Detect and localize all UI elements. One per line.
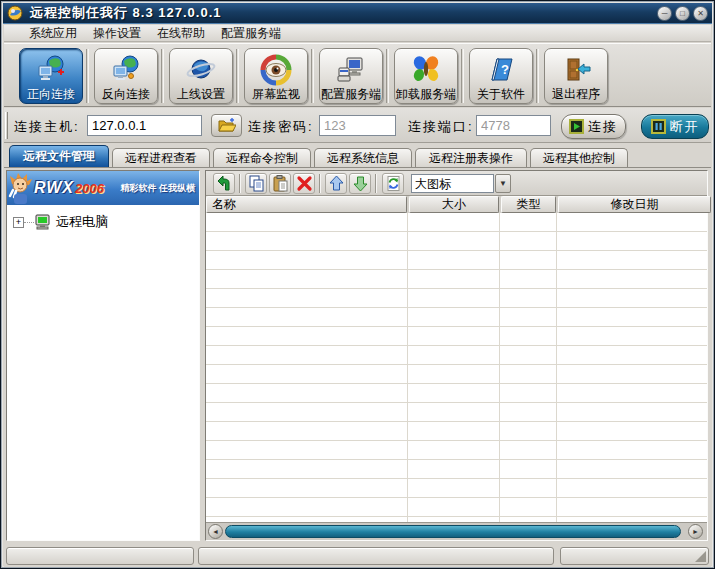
exit-door-icon xyxy=(560,53,592,87)
paste-button[interactable] xyxy=(269,173,291,194)
main-area: RWX2006 精彩软件 任我纵横 + 远程电脑 xyxy=(4,167,711,543)
upload-button[interactable] xyxy=(325,173,347,194)
column-header-modified[interactable]: 修改日期 xyxy=(558,196,711,213)
banner-slogan: 精彩软件 任我纵横 xyxy=(120,182,195,195)
bar-gripper xyxy=(5,112,8,139)
globe-ring-icon xyxy=(185,53,217,87)
toolbar-button-label: 退出程序 xyxy=(552,87,600,101)
file-toolbar-separator xyxy=(239,174,241,193)
app-window: 远程控制任我行 8.3 127.0.0.1 ─ □ ✕ 系统应用 操作设置 在线… xyxy=(0,0,715,569)
toolbar-button-screen-monitor[interactable]: 屏幕监视 xyxy=(244,48,308,104)
tree-item-label: 远程电脑 xyxy=(56,213,108,231)
toolbar-button-label: 配置服务端 xyxy=(321,87,381,101)
remote-tree-panel: RWX2006 精彩软件 任我纵横 + 远程电脑 xyxy=(6,170,200,541)
scroll-left-button[interactable]: ◄ xyxy=(208,524,223,539)
app-logo-icon xyxy=(7,5,24,21)
connect-button-label: 连接 xyxy=(588,118,618,136)
open-folder-icon xyxy=(217,118,236,133)
toolbar-button-label: 上线设置 xyxy=(177,87,225,101)
butterfly-icon xyxy=(410,53,442,87)
download-button[interactable] xyxy=(349,173,371,194)
maximize-button[interactable]: □ xyxy=(675,6,690,21)
file-toolbar: 大图标 ▼ xyxy=(206,171,707,196)
horizontal-scrollbar[interactable]: ◄ ► xyxy=(206,522,707,540)
scroll-right-button[interactable]: ► xyxy=(688,524,703,539)
toolbar-button-uninstall-server[interactable]: 卸载服务端 xyxy=(394,48,458,104)
connect-button[interactable]: 连接 xyxy=(561,114,626,139)
menu-item-system[interactable]: 系统应用 xyxy=(22,24,84,43)
file-list-body[interactable] xyxy=(206,213,707,522)
refresh-button[interactable] xyxy=(382,173,404,194)
toolbar-button-forward-connect[interactable]: 正向连接 xyxy=(19,48,83,104)
main-toolbar: 正向连接 反向连接 xyxy=(4,43,711,107)
banner-logo-year: 2006 xyxy=(75,181,104,196)
port-label: 连接端口: xyxy=(408,118,474,136)
help-book-icon: ? xyxy=(485,53,517,87)
toolbar-button-about[interactable]: ? 关于软件 xyxy=(469,48,533,104)
menu-item-help[interactable]: 在线帮助 xyxy=(150,24,212,43)
disconnect-button[interactable]: 断开 xyxy=(641,114,709,139)
refresh-icon xyxy=(385,175,402,192)
go-root-button[interactable] xyxy=(213,173,235,194)
column-header-size[interactable]: 大小 xyxy=(409,196,499,213)
host-input[interactable] xyxy=(87,115,202,136)
eye-icon xyxy=(260,53,292,87)
delete-x-icon xyxy=(296,175,313,192)
toolbar-separator xyxy=(461,49,464,103)
toolbar-separator xyxy=(386,49,389,103)
tab-bar: 远程文件管理 远程进程查看 远程命令控制 远程系统信息 远程注册表操作 远程其他… xyxy=(4,145,711,167)
browse-hosts-button[interactable] xyxy=(211,114,242,137)
view-mode-select[interactable]: 大图标 xyxy=(411,174,494,193)
status-panel-2 xyxy=(198,547,554,565)
tree-expander-icon[interactable]: + xyxy=(13,217,24,228)
toolbar-button-label: 卸载服务端 xyxy=(396,87,456,101)
column-grid-line xyxy=(499,213,500,522)
view-mode-dropdown-arrow-icon[interactable]: ▼ xyxy=(495,174,511,193)
toolbar-separator xyxy=(536,49,539,103)
computer-icon xyxy=(34,214,52,230)
menu-item-settings[interactable]: 操作设置 xyxy=(86,24,148,43)
delete-button[interactable] xyxy=(293,173,315,194)
toolbar-separator xyxy=(86,49,89,103)
toolbar-button-reverse-connect[interactable]: 反向连接 xyxy=(94,48,158,104)
remote-file-panel: 大图标 ▼ 名称 大小 类型 修改日期 ◄ ► xyxy=(205,170,708,541)
status-panel-1 xyxy=(6,547,194,565)
download-arrow-icon xyxy=(352,175,369,192)
disconnect-button-label: 断开 xyxy=(670,118,700,136)
tab-remote-system-info[interactable]: 远程系统信息 xyxy=(314,148,412,167)
toolbar-button-exit[interactable]: 退出程序 xyxy=(544,48,608,104)
menu-item-config-server[interactable]: 配置服务端 xyxy=(214,24,288,43)
tab-remote-command-control[interactable]: 远程命令控制 xyxy=(213,148,311,167)
upload-arrow-icon xyxy=(328,175,345,192)
green-back-arrow-icon xyxy=(216,175,233,192)
tab-remote-process-view[interactable]: 远程进程查看 xyxy=(112,148,210,167)
toolbar-button-label: 反向连接 xyxy=(102,87,150,101)
column-header-type[interactable]: 类型 xyxy=(501,196,556,213)
mascot-character xyxy=(8,172,34,204)
file-list-header: 名称 大小 类型 修改日期 xyxy=(206,196,707,213)
tab-remote-other-control[interactable]: 远程其他控制 xyxy=(530,148,628,167)
play-icon xyxy=(569,119,584,134)
port-input[interactable] xyxy=(476,115,551,136)
svg-text:?: ? xyxy=(501,62,509,77)
column-header-name[interactable]: 名称 xyxy=(206,196,407,213)
remote-computer-tree: + 远程电脑 xyxy=(7,205,199,540)
titlebar[interactable]: 远程控制任我行 8.3 127.0.0.1 ─ □ ✕ xyxy=(3,3,712,24)
tab-remote-registry[interactable]: 远程注册表操作 xyxy=(415,148,527,167)
computer-config-icon xyxy=(335,53,367,87)
copy-button[interactable] xyxy=(245,173,267,194)
scrollbar-thumb[interactable] xyxy=(225,525,681,538)
file-toolbar-separator xyxy=(319,174,321,193)
resize-grip[interactable] xyxy=(695,551,706,562)
toolbar-button-online-settings[interactable]: 上线设置 xyxy=(169,48,233,104)
tree-item-remote-computer[interactable]: + 远程电脑 xyxy=(7,213,199,231)
toolbar-button-config-server[interactable]: 配置服务端 xyxy=(319,48,383,104)
toolbar-separator xyxy=(236,49,239,103)
connection-bar: 连接主机: 连接密码: 连接端口: 连接 断开 xyxy=(4,108,711,143)
password-input[interactable] xyxy=(319,115,396,136)
toolbar-separator xyxy=(161,49,164,103)
statusbar xyxy=(4,546,711,567)
close-button[interactable]: ✕ xyxy=(693,6,708,21)
minimize-button[interactable]: ─ xyxy=(657,6,672,21)
tab-remote-file-manager[interactable]: 远程文件管理 xyxy=(9,145,109,167)
